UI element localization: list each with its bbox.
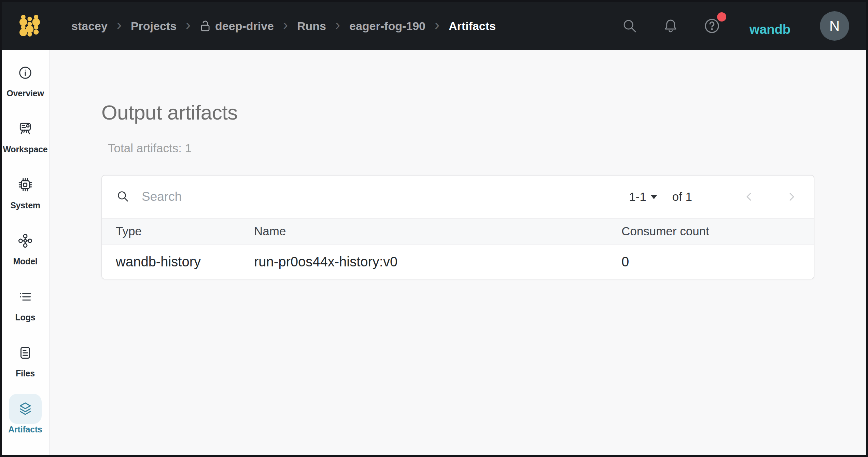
page-of-label: of 1 — [672, 190, 692, 204]
breadcrumb-runs[interactable]: Runs — [297, 19, 326, 33]
run-sidebar: Overview Workspace — [2, 50, 50, 455]
chevron-separator-icon: › — [186, 18, 191, 32]
page-title: Output artifacts — [101, 101, 814, 124]
notification-dot — [717, 12, 726, 22]
sidebar-item-logs[interactable]: Logs — [2, 282, 49, 338]
breadcrumb-projects[interactable]: Projects — [131, 19, 177, 33]
artifact-type-cell: wandb-history — [102, 254, 254, 269]
sidebar-item-label: Logs — [15, 313, 36, 322]
chip-icon — [9, 170, 42, 200]
artifacts-page: Output artifacts Total artifacts: 1 1-1 … — [50, 50, 866, 455]
sidebar-item-artifacts[interactable]: Artifacts — [2, 394, 49, 450]
sidebar-item-label: Overview — [6, 88, 44, 98]
search-icon[interactable] — [621, 17, 638, 34]
breadcrumb-run[interactable]: eager-fog-190 — [349, 19, 425, 33]
sidebar-item-label: System — [10, 200, 40, 210]
prev-page-button[interactable] — [743, 191, 756, 203]
search-input[interactable] — [142, 190, 629, 204]
sidebar-item-label: Files — [16, 369, 35, 378]
layers-icon — [9, 394, 42, 424]
chevron-separator-icon: › — [435, 18, 439, 32]
sidebar-item-label: Artifacts — [8, 425, 42, 434]
pagination: 1-1 of 1 — [629, 190, 797, 204]
bell-icon[interactable] — [662, 17, 679, 34]
logs-icon — [9, 282, 42, 312]
chevron-separator-icon: › — [117, 18, 122, 32]
sidebar-item-files[interactable]: Files — [2, 338, 49, 394]
artifacts-table-card: 1-1 of 1 — [101, 175, 814, 279]
table-toolbar: 1-1 of 1 — [102, 176, 814, 218]
sidebar-item-label: Workspace — [3, 144, 47, 154]
page-range-dropdown[interactable]: 1-1 — [629, 190, 657, 204]
chevron-separator-icon: › — [283, 18, 288, 32]
artifact-consumer-count-cell: 0 — [621, 254, 814, 269]
sidebar-item-model[interactable]: Model — [2, 226, 49, 282]
breadcrumb-project[interactable]: deep-drive — [200, 19, 274, 33]
column-header-consumer-count: Consumer count — [621, 224, 814, 238]
wandb-account-link[interactable]: wandb — [750, 22, 790, 37]
sidebar-item-overview[interactable]: Overview — [2, 58, 49, 114]
sidebar-item-label: Model — [13, 257, 37, 266]
page-range-label: 1-1 — [629, 190, 646, 204]
breadcrumb-artifacts[interactable]: Artifacts — [449, 19, 496, 33]
table-header-row: Type Name Consumer count — [102, 218, 814, 245]
wandb-logo-icon[interactable] — [19, 14, 40, 38]
breadcrumb: stacey › Projects › deep-drive › Runs › … — [71, 19, 496, 33]
navbar-actions: wandb N — [621, 11, 849, 41]
sidebar-item-workspace[interactable]: Workspace — [2, 114, 49, 170]
chevron-separator-icon: › — [335, 18, 340, 32]
next-page-button[interactable] — [785, 191, 797, 203]
model-icon — [9, 226, 42, 256]
files-icon — [9, 338, 42, 368]
caret-down-icon — [650, 195, 657, 199]
total-artifacts-count: Total artifacts: 1 — [108, 141, 814, 155]
column-header-name: Name — [254, 224, 621, 238]
table-row[interactable]: wandb-history run-pr0os44x-history:v0 0 — [102, 245, 814, 279]
column-header-type: Type — [102, 224, 254, 238]
search-icon — [116, 189, 131, 204]
top-navbar: stacey › Projects › deep-drive › Runs › … — [2, 2, 866, 50]
avatar[interactable]: N — [820, 11, 849, 41]
sidebar-item-system[interactable]: System — [2, 170, 49, 226]
workspace-icon — [9, 114, 42, 144]
info-icon — [9, 58, 42, 88]
lock-open-icon — [200, 20, 211, 32]
artifact-name-cell: run-pr0os44x-history:v0 — [254, 254, 621, 269]
help-icon[interactable] — [702, 16, 722, 36]
breadcrumb-entity[interactable]: stacey — [71, 19, 108, 33]
